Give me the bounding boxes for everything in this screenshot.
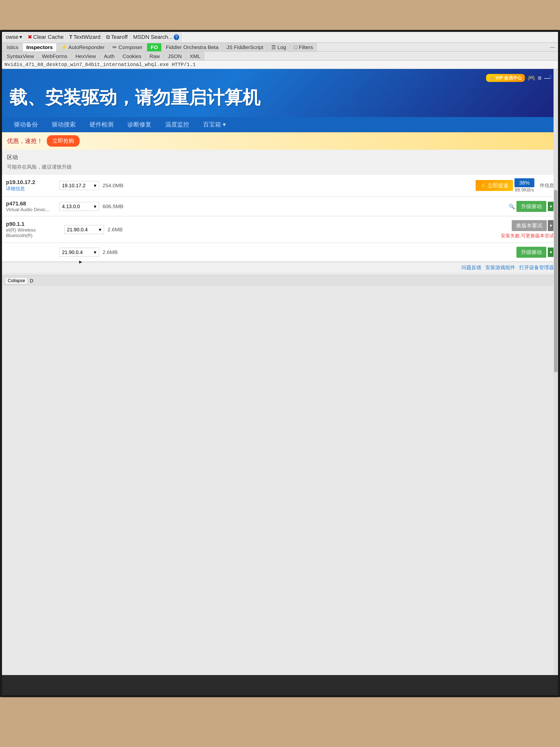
upgrade-dropdown-2[interactable]: ▾ xyxy=(548,202,554,211)
cursor: ▸ xyxy=(79,258,84,264)
url-text: Nvidis_471_68_desktop_win7_64bit_interna… xyxy=(4,62,196,68)
error-text-3: 安装失败,可更换版本尝试 xyxy=(501,233,554,239)
upgrade-btn-4[interactable]: 升级驱动 xyxy=(516,247,546,258)
install-game-link[interactable]: 安装游戏组件 xyxy=(485,264,515,271)
autoresponder-icon: ⚡ xyxy=(61,44,67,50)
component-info-label: 件信息 xyxy=(540,182,554,189)
switch-dropdown-3[interactable]: ▾ xyxy=(548,220,554,231)
nav-search[interactable]: 驱动搜索 xyxy=(45,117,83,132)
dropdown-arrow-3: ▾ xyxy=(99,227,101,233)
device-manager-link[interactable]: 打开设备管理器 xyxy=(519,264,554,271)
help-icon: ? xyxy=(174,34,179,40)
scrollbar[interactable] xyxy=(554,69,558,675)
nav-diagnose[interactable]: 诊断修复 xyxy=(121,117,158,132)
driver-name-3: p90.1.1 xyxy=(6,221,61,227)
search-icon-2: 🔍 xyxy=(509,203,515,209)
nav-detect[interactable]: 硬件检测 xyxy=(83,117,121,132)
feedback-link[interactable]: 问题反馈 xyxy=(461,264,481,271)
driver-section-header: 区动 可能存在风险，建议谨慎升级 xyxy=(2,150,558,175)
driver-action-4: 升级驱动 ▾ xyxy=(516,247,554,258)
collapse-btn[interactable]: Collapse xyxy=(5,277,28,284)
tab-json[interactable]: JSON xyxy=(164,52,185,60)
driver-size-3: 2.6MB xyxy=(108,227,132,233)
lightning-icon-1: ⚡ xyxy=(480,182,486,188)
driver-row-3: p90.1.1 el(R) Wireless Bluetooth(R) 21.9… xyxy=(2,216,558,243)
tearoff-btn[interactable]: ⧉ Tearoff xyxy=(104,33,130,41)
driver-size-4: 2.6MB xyxy=(103,249,128,255)
header-top: 👑 VIP 会员中心 🎮 ≡ — xyxy=(9,74,551,82)
browse-label: owse xyxy=(6,34,19,40)
warning-text: 可能存在风险，建议谨慎升级 xyxy=(7,162,553,172)
upgrade-dropdown-4[interactable]: ▾ xyxy=(548,248,554,257)
game-icon[interactable]: 🎮 xyxy=(527,74,535,82)
vip-crown-icon: 👑 xyxy=(489,75,495,81)
nav-toolbox[interactable]: 百宝箱 ▾ xyxy=(196,117,233,132)
fiddlerscript-icon: JS xyxy=(226,44,233,50)
textwizard-label: TextWizard xyxy=(74,34,101,40)
composer-icon: ✏ xyxy=(112,44,117,50)
tab-fiddlerscript[interactable]: JS FiddlerScript xyxy=(223,43,267,51)
promo-banner: 优惠，速抢！ 立即抢购 xyxy=(2,132,558,150)
dropdown-arrow-4: ▾ xyxy=(94,249,96,255)
nav-temp[interactable]: 温度监控 xyxy=(158,117,196,132)
app-header: 👑 VIP 会员中心 🎮 ≡ — 载、安装驱动，请勿重启计算机 xyxy=(2,69,558,117)
switch-btn-3[interactable]: 换版本重试 xyxy=(512,220,547,231)
tab-composer[interactable]: ✏ Composer xyxy=(109,43,146,51)
driver-sub-1[interactable]: 详细信息 xyxy=(6,185,56,192)
tab-fiddler-orchestra[interactable]: Fiddler Orchestra Beta xyxy=(162,43,222,51)
clear-cache-btn[interactable]: ✖ Clear Cache xyxy=(25,33,66,41)
driver-version-3[interactable]: 21.90.0.4 ▾ xyxy=(64,225,104,234)
bottom-toolbar: 问题反馈 安装游戏组件 打开设备管理器 xyxy=(2,262,558,273)
browse-btn[interactable]: owse▾ xyxy=(3,33,24,41)
vip-badge[interactable]: 👑 VIP 会员中心 xyxy=(486,74,525,82)
filters-icon: □ xyxy=(294,44,297,50)
driver-info-3: p90.1.1 el(R) Wireless Bluetooth(R) xyxy=(6,221,61,238)
driver-action-3: 换版本重试 ▾ 安装失败,可更换版本尝试 xyxy=(501,220,554,239)
textwizard-btn[interactable]: T TextWizard xyxy=(67,33,103,41)
tab-filters[interactable]: □ Filters xyxy=(290,43,317,51)
tab-inspectors[interactable]: Inspectors xyxy=(23,43,56,51)
app-nav: 驱动备份 驱动搜索 硬件检测 诊断修复 温度监控 百宝箱 ▾ xyxy=(2,117,558,132)
tab-cookies[interactable]: Cookies xyxy=(119,52,145,60)
driver-version-1[interactable]: 19.10.17.2 ▾ xyxy=(59,181,99,190)
driver-version-4[interactable]: 21.90.0.4 ▾ xyxy=(59,248,99,257)
tab-xml[interactable]: XML xyxy=(186,52,204,60)
driver-name-2: p471.68 xyxy=(6,201,56,207)
screen-container: owse▾ ✖ Clear Cache T TextWizard ⧉ Tearo… xyxy=(0,30,560,697)
tearoff-label: Tearoff xyxy=(111,34,128,40)
driver-action-1: ⚡ 立即提速 38% 88.9KB/s xyxy=(476,178,534,193)
driver-action-2: 🔍 升级驱动 ▾ xyxy=(509,201,554,212)
nav-backup[interactable]: 驱动备份 xyxy=(7,117,45,132)
tab-raw[interactable]: Raw xyxy=(145,52,163,60)
tab-istics[interactable]: istics xyxy=(3,43,22,51)
url-bar: Nvidis_471_68_desktop_win7_64bit_interna… xyxy=(2,60,558,69)
driver-size-1: 254.0MB xyxy=(103,182,128,188)
dropdown-arrow-2: ▾ xyxy=(94,203,96,209)
fiddler-tabs-row2: SyntaxView WebForms HexView Auth Cookies… xyxy=(2,52,558,60)
tab-hexview[interactable]: HexView xyxy=(72,52,100,60)
tab-fo[interactable]: FO xyxy=(147,43,162,51)
tab-log[interactable]: ☰ Log xyxy=(268,43,290,51)
promo-btn[interactable]: 立即抢购 xyxy=(47,135,80,147)
percent-badge-1: 38% xyxy=(514,178,534,187)
msdn-btn[interactable]: MSDN Search... ? xyxy=(131,33,182,41)
speed-btn-1[interactable]: ⚡ 立即提速 xyxy=(476,180,513,191)
dropdown-arrow-1: ▾ xyxy=(94,182,96,188)
fiddler-tabs-row1: istics Inspectors ⚡ AutoResponder ✏ Comp… xyxy=(2,43,558,52)
upgrade-btn-2[interactable]: 升级驱动 xyxy=(516,201,546,212)
menu-icon[interactable]: ≡ xyxy=(538,74,541,82)
vip-label: VIP 会员中心 xyxy=(496,75,522,81)
driver-version-2[interactable]: 4.13.0.0 ▾ xyxy=(59,202,99,211)
driver-sub-3: el(R) Wireless Bluetooth(R) xyxy=(6,227,61,238)
tab-auth[interactable]: Auth xyxy=(100,52,118,60)
driver-info-2: p471.68 Virtual Audio Devic... xyxy=(6,201,56,212)
driver-info-1: p19.10.17.2 详细信息 xyxy=(6,179,56,192)
tab-webforms[interactable]: WebForms xyxy=(38,52,71,60)
scrollbar-thumb[interactable] xyxy=(554,190,558,372)
tab-syntaxview[interactable]: SyntaxView xyxy=(3,52,37,60)
tearoff-icon: ⧉ xyxy=(106,34,110,40)
collapse-spacer: D xyxy=(30,278,33,284)
app-title: 载、安装驱动，请勿重启计算机 xyxy=(9,86,551,109)
tab-autoresponder[interactable]: ⚡ AutoResponder xyxy=(57,43,108,51)
collapse-section-btn[interactable]: ∧ xyxy=(548,73,553,80)
